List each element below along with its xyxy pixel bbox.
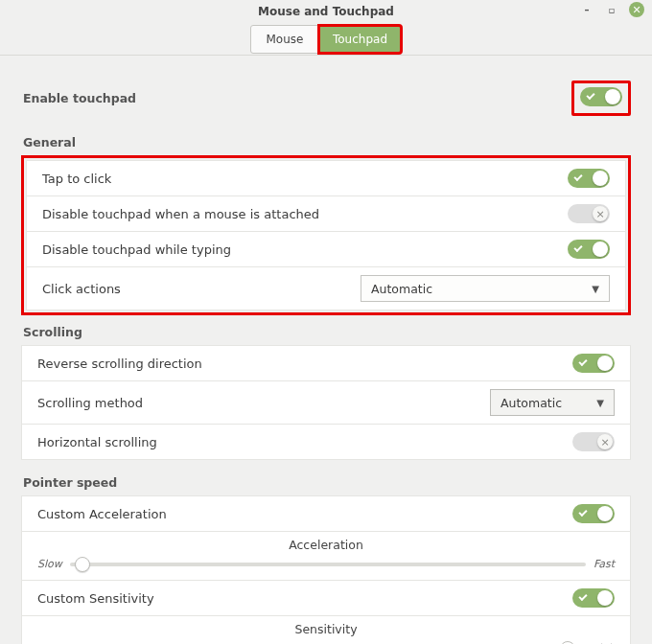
switch-custom-sensitivity[interactable] <box>572 588 615 608</box>
sensitivity-slider-block: Sensitivity Low High <box>21 616 631 644</box>
row-tap-to-click: Tap to click <box>26 160 626 196</box>
acceleration-slider-block: Acceleration Slow Fast <box>21 532 631 581</box>
content-area: Enable touchpad General Tap to click Dis… <box>0 56 652 644</box>
highlight-general-section: Tap to click Disable touchpad when a mou… <box>21 155 631 315</box>
close-button[interactable]: ✕ <box>629 2 644 17</box>
switch-horizontal-scrolling[interactable] <box>572 432 615 451</box>
switch-tap-to-click[interactable] <box>568 169 610 188</box>
row-horizontal-scrolling: Horizontal scrolling <box>21 425 631 460</box>
row-custom-acceleration: Custom Acceleration <box>21 495 631 532</box>
label-reverse-scrolling: Reverse scrolling direction <box>37 356 202 371</box>
tab-mouse[interactable]: Mouse <box>250 25 319 54</box>
tab-touchpad-label: Touchpad <box>333 33 387 46</box>
label-custom-sensitivity: Custom Sensitivity <box>37 591 154 606</box>
settings-window: Mouse and Touchpad – ▫ ✕ Mouse Touchpad … <box>0 0 652 644</box>
window-controls: – ▫ ✕ <box>579 2 644 17</box>
tab-bar: Mouse Touchpad <box>0 23 652 56</box>
acceleration-high-label: Fast <box>594 558 615 570</box>
row-reverse-scrolling: Reverse scrolling direction <box>21 345 631 381</box>
titlebar: Mouse and Touchpad – ▫ ✕ <box>0 0 652 23</box>
row-scrolling-method: Scrolling method Automatic ▼ <box>21 381 631 425</box>
sensitivity-header: Sensitivity <box>37 622 615 636</box>
tab-mouse-label: Mouse <box>267 33 304 46</box>
select-click-actions[interactable]: Automatic ▼ <box>361 275 610 302</box>
acceleration-slider[interactable] <box>70 563 586 566</box>
window-title: Mouse and Touchpad <box>258 5 394 18</box>
label-tap-to-click: Tap to click <box>42 172 111 186</box>
chevron-down-icon: ▼ <box>592 284 599 294</box>
label-horizontal-scrolling: Horizontal scrolling <box>37 435 157 449</box>
switch-custom-acceleration[interactable] <box>572 504 615 523</box>
switch-disable-when-mouse[interactable] <box>568 204 610 223</box>
chevron-down-icon: ▼ <box>596 398 604 408</box>
sensitivity-slider-thumb[interactable] <box>560 641 575 645</box>
acceleration-low-label: Slow <box>37 558 62 570</box>
section-scrolling-label: Scrolling <box>21 315 631 345</box>
section-general-label: General <box>21 126 631 155</box>
tab-touchpad[interactable]: Touchpad <box>318 25 402 54</box>
enable-touchpad-row: Enable touchpad <box>21 69 631 126</box>
label-disable-while-typing: Disable touchpad while typing <box>42 242 231 257</box>
label-click-actions: Click actions <box>42 282 121 296</box>
acceleration-slider-thumb[interactable] <box>75 557 90 572</box>
minimize-button[interactable]: – <box>579 2 594 17</box>
enable-touchpad-switch[interactable] <box>580 87 622 106</box>
section-pointer-speed-label: Pointer speed <box>21 466 631 495</box>
switch-disable-while-typing[interactable] <box>568 240 610 259</box>
label-disable-when-mouse: Disable touchpad when a mouse is attache… <box>42 207 319 221</box>
row-custom-sensitivity: Custom Sensitivity <box>21 581 631 616</box>
enable-touchpad-label: Enable touchpad <box>23 91 136 105</box>
select-scrolling-method[interactable]: Automatic ▼ <box>490 389 615 416</box>
row-click-actions: Click actions Automatic ▼ <box>26 267 626 310</box>
maximize-button[interactable]: ▫ <box>604 2 619 17</box>
highlight-enable-switch <box>571 80 631 116</box>
row-disable-while-typing: Disable touchpad while typing <box>26 232 626 267</box>
row-disable-when-mouse: Disable touchpad when a mouse is attache… <box>26 196 626 232</box>
select-scrolling-method-value: Automatic <box>501 396 562 410</box>
label-scrolling-method: Scrolling method <box>37 396 143 410</box>
label-custom-acceleration: Custom Acceleration <box>37 507 167 521</box>
select-click-actions-value: Automatic <box>371 282 432 296</box>
close-icon: ✕ <box>632 4 640 16</box>
switch-reverse-scrolling[interactable] <box>572 354 615 373</box>
acceleration-header: Acceleration <box>37 538 615 552</box>
